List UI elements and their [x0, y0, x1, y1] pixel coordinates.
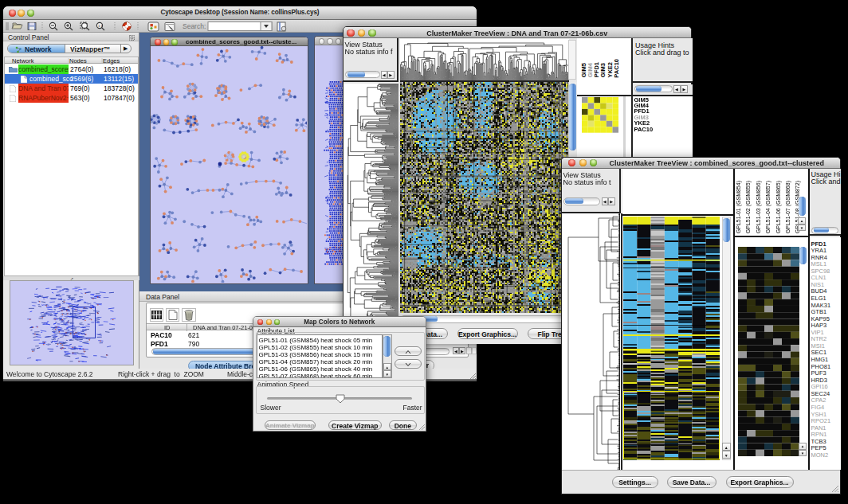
- svg-text:1:1: 1:1: [98, 24, 103, 28]
- svg-text:Search:: Search:: [183, 22, 206, 30]
